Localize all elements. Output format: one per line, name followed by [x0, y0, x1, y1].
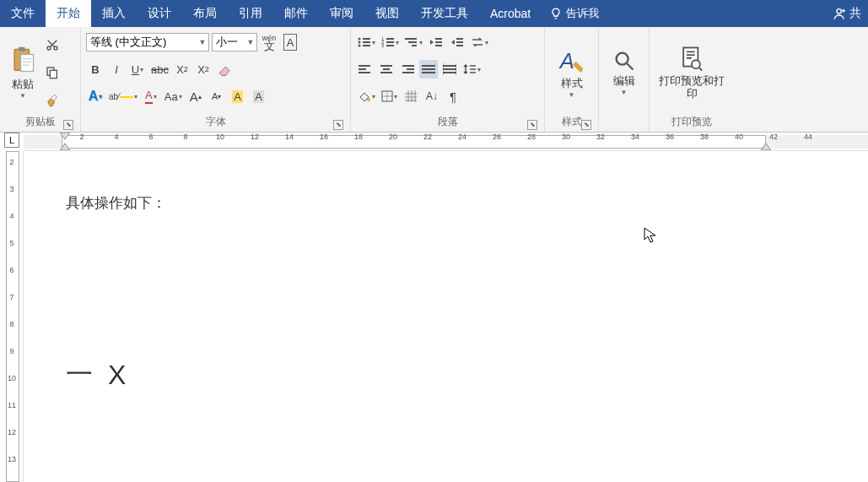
styles-button[interactable]: A 样式 ▼: [550, 30, 593, 115]
svg-rect-43: [443, 72, 456, 73]
enclose-char-button[interactable]: A: [250, 87, 268, 106]
svg-rect-25: [435, 45, 442, 46]
styles-label: 样式: [561, 77, 583, 89]
cut-button[interactable]: [42, 35, 62, 55]
copy-icon: [46, 66, 59, 79]
char-case-button[interactable]: Aa▾: [163, 87, 184, 106]
paint-bucket-icon: [358, 90, 371, 102]
highlight-button[interactable]: ab⁄▾: [107, 87, 139, 106]
font-color-button[interactable]: A▾: [142, 87, 160, 106]
bullets-button[interactable]: ▾: [356, 33, 377, 51]
ruler-horizontal[interactable]: 2468101214161820222426283032343638404244: [24, 133, 868, 151]
tab-developer[interactable]: 开发工具: [410, 0, 479, 27]
svg-point-10: [359, 41, 361, 44]
svg-rect-27: [456, 41, 463, 43]
paragraph-dialog-launcher[interactable]: ⬊: [527, 120, 537, 130]
tab-mailings[interactable]: 邮件: [273, 0, 319, 27]
font-dialog-launcher[interactable]: ⬊: [333, 120, 343, 130]
distributed-button[interactable]: [440, 60, 459, 79]
group-clipboard: 粘贴 ▼ 剪贴板⬊: [0, 27, 81, 132]
tab-home[interactable]: 开始: [46, 0, 91, 27]
decrease-indent-button[interactable]: [427, 33, 445, 51]
align-center-button[interactable]: [377, 60, 396, 79]
page[interactable]: 具体操作如下： 一 X: [24, 151, 868, 482]
hanging-indent-marker[interactable]: [60, 144, 70, 151]
tab-selector[interactable]: L: [4, 133, 19, 148]
chevron-down-icon[interactable]: ▼: [245, 38, 256, 46]
snap-grid-button[interactable]: [402, 87, 420, 106]
show-marks-button[interactable]: ¶: [444, 87, 462, 106]
styles-group-label: 样式: [562, 116, 582, 127]
line-spacing-icon: [463, 63, 477, 75]
svg-rect-30: [359, 68, 366, 70]
borders-button[interactable]: ▾: [380, 87, 399, 106]
font-name-input[interactable]: [87, 36, 197, 49]
scissors-icon: [46, 38, 59, 51]
tab-review[interactable]: 审阅: [319, 0, 364, 27]
strikethrough-button[interactable]: abc: [149, 60, 170, 79]
first-line-indent-marker[interactable]: [60, 133, 70, 140]
text-direction-button[interactable]: ▾: [469, 33, 490, 51]
font-group-label: 字体: [206, 116, 226, 127]
svg-text:A: A: [558, 49, 574, 73]
multilevel-button[interactable]: ▾: [403, 33, 424, 51]
clipboard-dialog-launcher[interactable]: ⬊: [63, 120, 73, 130]
underline-button[interactable]: U▾: [128, 60, 147, 79]
tab-file[interactable]: 文件: [0, 0, 46, 27]
svg-rect-26: [456, 38, 463, 40]
svg-rect-21: [408, 41, 417, 43]
distributed-icon: [443, 63, 456, 75]
chevron-down-icon: ▼: [621, 89, 628, 96]
numbering-button[interactable]: 123▾: [380, 33, 401, 51]
italic-button[interactable]: I: [107, 60, 126, 79]
textflow-icon: [471, 36, 484, 48]
phonetic-guide-button[interactable]: wén文: [260, 33, 278, 51]
shrink-font-button[interactable]: A▾: [208, 87, 226, 106]
line-spacing-button[interactable]: ▾: [461, 60, 483, 79]
chevron-down-icon[interactable]: ▼: [197, 38, 208, 46]
page-magnify-icon: [679, 46, 704, 73]
svg-rect-19: [386, 45, 394, 46]
svg-rect-41: [443, 65, 456, 67]
tab-acrobat[interactable]: Acrobat: [479, 0, 542, 27]
bold-button[interactable]: B: [86, 60, 105, 79]
font-name-select[interactable]: ▼: [86, 33, 209, 51]
superscript-button[interactable]: X2: [194, 60, 213, 79]
clipboard-group-label: 剪贴板: [25, 116, 56, 127]
clear-format-button[interactable]: [215, 60, 234, 79]
share-button[interactable]: 共: [827, 6, 868, 21]
char-shading-button[interactable]: A: [229, 87, 247, 106]
editing-label: 编辑: [613, 74, 635, 87]
tab-references[interactable]: 引用: [228, 0, 273, 27]
tell-me[interactable]: 告诉我: [542, 6, 607, 21]
justify-button[interactable]: [419, 60, 438, 79]
increase-indent-button[interactable]: [448, 33, 466, 51]
group-print-preview: 打印预览和打印 打印预览: [650, 27, 734, 132]
tab-insert[interactable]: 插入: [91, 0, 137, 27]
svg-point-44: [367, 98, 370, 101]
font-size-select[interactable]: ▼: [212, 33, 257, 51]
align-left-button[interactable]: [356, 60, 375, 79]
tab-layout[interactable]: 布局: [182, 0, 228, 27]
shading-button[interactable]: ▾: [356, 87, 377, 106]
align-right-button[interactable]: [398, 60, 417, 79]
tab-design[interactable]: 设计: [137, 0, 182, 27]
tell-me-label: 告诉我: [566, 6, 599, 21]
print-preview-button[interactable]: 打印预览和打印: [655, 30, 729, 115]
sort-button[interactable]: A↓: [423, 87, 441, 106]
char-border-button[interactable]: A: [281, 33, 299, 51]
grow-font-button[interactable]: A▴: [186, 87, 205, 106]
format-painter-button[interactable]: [42, 90, 62, 111]
font-size-input[interactable]: [213, 36, 245, 49]
right-indent-marker[interactable]: [761, 144, 771, 151]
tab-view[interactable]: 视图: [364, 0, 410, 27]
paste-button[interactable]: 粘贴 ▼: [5, 30, 40, 115]
text-effects-button[interactable]: A▾: [86, 87, 105, 106]
styles-dialog-launcher[interactable]: ⬊: [581, 120, 591, 130]
svg-point-49: [692, 60, 700, 68]
editing-button[interactable]: 编辑 ▼: [604, 30, 644, 115]
subscript-button[interactable]: X2: [173, 60, 191, 79]
person-plus-icon: [833, 7, 847, 20]
copy-button[interactable]: [42, 62, 62, 83]
ruler-vertical[interactable]: 2345678910111213: [0, 151, 24, 482]
